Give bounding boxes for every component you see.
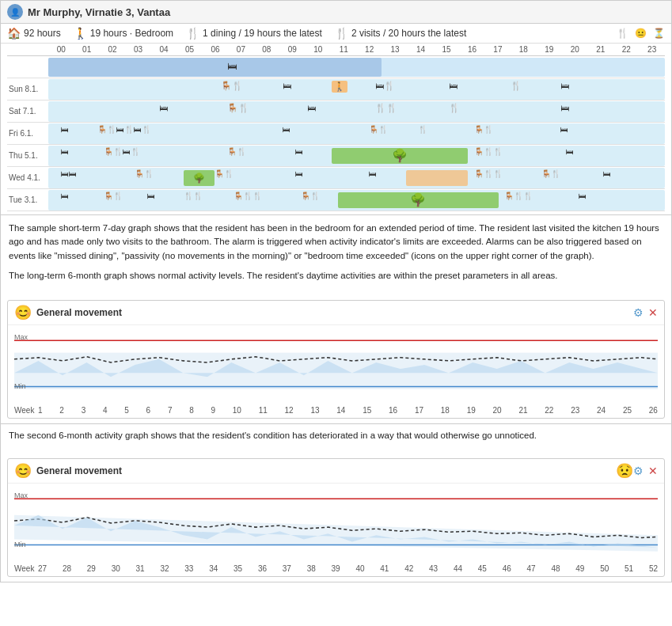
graph1-weeks: 1234567891011121314151617181920212223242… (38, 406, 658, 415)
week-39: 39 (332, 564, 340, 573)
header: 👤 Mr Murphy, Virnatie 3, Vantaa (1, 1, 671, 24)
dining-icon2: 🍴 (335, 27, 348, 40)
hour-01: 01 (74, 45, 99, 54)
current-row: 🛏 (7, 56, 665, 78)
week-35: 35 (233, 564, 242, 573)
icon-w4-7: 🛏 (603, 169, 611, 178)
icon-f6-4: 🍴 (418, 125, 427, 134)
icon-f6-6: 🛏 (560, 125, 568, 134)
week-27: 27 (38, 564, 47, 573)
hour-15: 15 (434, 45, 459, 54)
week-6: 6 (146, 406, 151, 415)
day-wed: Wed 4.1. 🛏🛏 🪑🍴 🌳 🪑🍴 🛏 🛏 🪑🍴🍴 🪑🍴 🛏 (7, 167, 665, 189)
hour-05: 05 (177, 45, 202, 54)
current-day-bar: 🛏 (48, 58, 665, 77)
green-seg-tue: 🌳 (338, 192, 499, 208)
hour-11: 11 (331, 45, 356, 54)
week-24: 24 (597, 406, 606, 415)
week-33: 33 (184, 564, 193, 573)
home-icon: 🏠 (7, 27, 21, 40)
week-43: 43 (429, 564, 438, 573)
week-34: 34 (209, 564, 218, 573)
graph2-title: General movement (36, 465, 359, 476)
avatar: 👤 (7, 4, 23, 20)
description-text3: The second 6-month activity graph shows … (9, 429, 663, 442)
week-44: 44 (454, 564, 462, 573)
icon-t5-1: 🪑🍴🛏🍴 (104, 147, 140, 156)
week-4: 4 (103, 406, 108, 415)
week-52: 52 (649, 564, 658, 573)
green-seg-wed-tree: 🌳 (184, 170, 215, 186)
graph2-close-icon[interactable]: ✕ (648, 465, 658, 477)
icon-f6-1: 🪑🍴🛏🍴🛏🍴 (97, 125, 151, 134)
hour-22: 22 (613, 45, 639, 54)
week-25: 25 (623, 406, 632, 415)
graph2-gear-icon[interactable]: ⚙ (633, 465, 644, 477)
stat-hours: 🏠 92 hours (7, 27, 61, 40)
fork-alert-icon: 🍴 (617, 28, 628, 39)
tree-icon-tue: 🌳 (410, 192, 426, 207)
icon-w4-2: 🪑🍴 (215, 169, 233, 178)
hour-16: 16 (459, 45, 484, 54)
graph2-header: 😊 General movement 😟 ⚙ ✕ (8, 459, 664, 484)
day-tue: Tue 3.1. 🛏 🪑🍴 🛏 🍴🍴 🪑🍴🍴 🪑🍴 🌳 🪑🍴🍴 🛏 (7, 189, 665, 211)
week-8: 8 (189, 406, 194, 415)
day-wed-bar: 🛏🛏 🪑🍴 🌳 🪑🍴 🛏 🛏 🪑🍴🍴 🪑🍴 🛏 (48, 168, 665, 188)
hour-23: 23 (639, 45, 664, 54)
icon-f6-3: 🪑🍴 (369, 125, 388, 134)
graph1-header: 😊 General movement ⚙ ✕ (8, 301, 664, 325)
bed-icon-current: 🛏 (227, 60, 237, 72)
icon-s8-6: 🍴 (511, 81, 522, 91)
icon-w4-6: 🪑🍴 (541, 169, 560, 178)
graph1-min-label: Min (14, 382, 26, 390)
day-wed-label: Wed 4.1. (7, 173, 48, 182)
face-alert-icon: 😐 (635, 28, 647, 39)
graph1-gear-icon[interactable]: ⚙ (633, 306, 644, 319)
description-text1: The sample short-term 7-day graph shows … (9, 222, 663, 263)
text-section: The sample short-term 7-day graph shows … (1, 214, 671, 295)
day-sat-label: Sat 7.1. (7, 107, 48, 116)
timeline-container: 00 01 02 03 04 05 06 07 08 09 10 11 12 1… (1, 44, 671, 214)
icon-w4-4: 🛏 (369, 169, 377, 178)
graph1-section: 😊 General movement ⚙ ✕ Max Min (7, 300, 665, 419)
week-3: 3 (82, 406, 86, 415)
resident-name: Mr Murphy, Virnatie 3, Vantaa (28, 6, 170, 18)
hour-07: 07 (228, 45, 253, 54)
icon-t5-0: 🛏 (61, 147, 69, 156)
week-18: 18 (441, 406, 450, 415)
graph1-max-label: Max (14, 333, 28, 341)
icon-w4-5: 🪑🍴🍴 (474, 169, 503, 178)
stats-bar: 🏠 92 hours 🚶 19 hours · Bedroom 🍴 1 dini… (1, 24, 671, 44)
graph1-title: General movement (36, 307, 633, 318)
graph1-controls[interactable]: ⚙ ✕ (633, 306, 658, 319)
tree-icon-thu: 🌳 (392, 148, 408, 163)
week-51: 51 (625, 564, 633, 573)
graph1-close-icon[interactable]: ✕ (648, 306, 658, 319)
day-fri-label: Fri 6.1. (7, 129, 48, 138)
icon-tu3-0: 🛏 (61, 192, 69, 200)
icon-sa7-3: 🛏 (307, 103, 316, 112)
hour-21: 21 (588, 45, 613, 54)
graph2-controls[interactable]: ⚙ ✕ (633, 465, 658, 477)
stat-bedroom-label: 19 hours · Bedroom (90, 28, 173, 39)
hour-labels: 00 01 02 03 04 05 06 07 08 09 10 11 12 1… (7, 44, 665, 56)
hour-14: 14 (408, 45, 433, 54)
week-40: 40 (355, 564, 364, 573)
week-26: 26 (649, 406, 658, 415)
tree-icon-wed: 🌳 (193, 173, 205, 184)
day-tue-bar: 🛏 🪑🍴 🛏 🍴🍴 🪑🍴🍴 🪑🍴 🌳 🪑🍴🍴 🛏 (48, 190, 665, 211)
graph2-max-label: Max (14, 491, 28, 499)
week-1: 1 (38, 406, 43, 415)
week-38: 38 (307, 564, 316, 573)
icon-tu3-1: 🪑🍴 (104, 192, 123, 200)
week-20: 20 (493, 406, 502, 415)
icon-s8-1: 🪑🍴 (221, 81, 243, 91)
hour-09: 09 (279, 45, 305, 54)
graph2-weeks: 2728293031323334353637383940414243444546… (38, 564, 658, 573)
text-section2: The second 6-month activity graph shows … (1, 423, 671, 453)
week-50: 50 (600, 564, 609, 573)
main-container: 👤 Mr Murphy, Virnatie 3, Vantaa 🏠 92 hou… (0, 0, 672, 582)
week-30: 30 (112, 564, 120, 573)
week-48: 48 (551, 564, 560, 573)
green-seg-thu: 🌳 (332, 148, 467, 164)
